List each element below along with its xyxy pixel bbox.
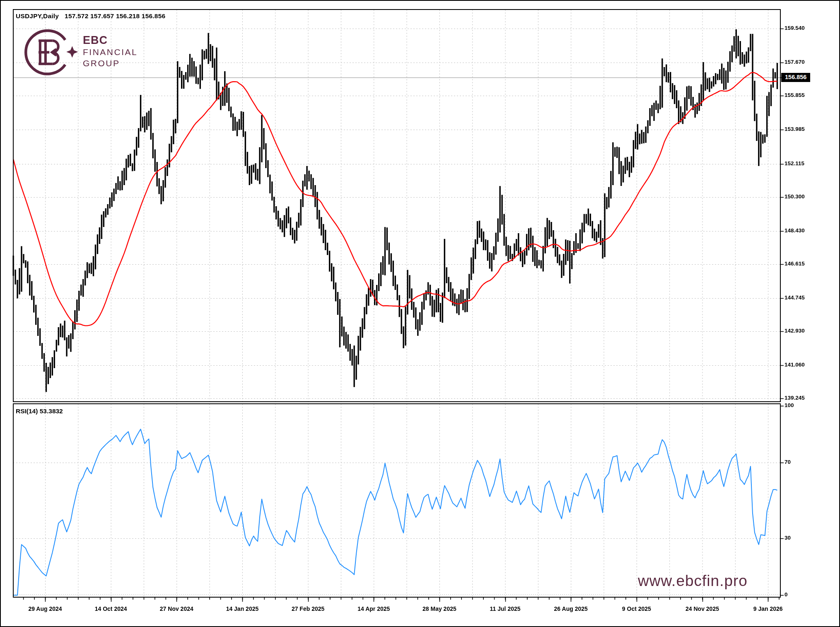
ebc-logo: EBC FINANCIAL GROUP [22,25,171,83]
price-axis-label: 146.615 [784,260,805,267]
website-watermark: www.ebcfin.pro [638,572,748,590]
rsi-indicator-label: RSI(14) 53.3832 [16,408,63,415]
symbol-timeframe-label: USDJPY,Daily [16,12,59,19]
current-price-tag: 156.856 [781,73,810,82]
date-axis-label: 14 Oct 2024 [95,605,127,612]
price-chart-canvas[interactable] [0,0,840,627]
date-axis-label: 11 Jul 2025 [490,605,521,612]
price-axis-label: 150.300 [784,193,805,200]
date-axis-label: 29 Aug 2024 [28,605,62,612]
ebc-logo-text: EBC FINANCIAL GROUP [83,34,138,69]
date-axis-label: 9 Oct 2025 [622,605,651,612]
trading-chart-window: USDJPY,Daily157.572 157.657 156.218 156.… [0,0,840,627]
logo-line-ebc: EBC [83,34,138,46]
price-axis-label: 142.930 [784,328,805,334]
price-axis-label: 148.430 [784,227,805,234]
rsi-axis-label: 30 [784,535,791,541]
price-axis-label: 139.245 [784,395,805,401]
date-axis-label: 26 Aug 2025 [554,605,588,612]
ohlc-readout: 157.572 157.657 156.218 156.856 [65,12,165,19]
date-axis-label: 14 Jan 2025 [226,605,259,612]
price-axis-label: 157.670 [784,59,805,65]
chart-title: USDJPY,Daily157.572 157.657 156.218 156.… [16,12,165,20]
ebc-logo-mark-icon [22,25,80,83]
rsi-axis-label: 70 [784,459,791,465]
price-axis-label: 153.985 [784,126,805,132]
price-axis-label: 144.745 [784,294,805,301]
rsi-axis-label: 100 [784,402,794,408]
logo-line-financial: FINANCIAL [83,46,138,58]
date-axis-label: 27 Nov 2024 [160,605,193,612]
price-axis-label: 141.060 [784,362,805,368]
price-axis-label: 155.855 [784,92,805,98]
price-axis-label: 159.540 [784,25,805,31]
date-axis-label: 24 Nov 2025 [686,605,719,612]
date-axis-label: 27 Feb 2025 [292,605,324,612]
rsi-axis-label: 0 [784,591,788,598]
date-axis-label: 9 Jan 2026 [753,605,783,612]
date-axis-label: 14 Apr 2025 [357,605,390,612]
logo-line-group: GROUP [83,58,138,69]
price-axis-label: 152.115 [784,160,804,166]
date-axis-label: 28 May 2025 [422,605,456,612]
